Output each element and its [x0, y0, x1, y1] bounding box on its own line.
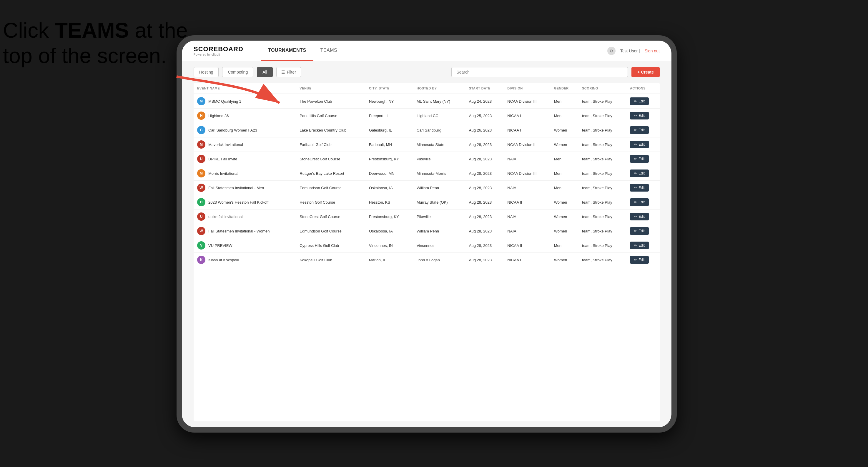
cell-hosted-by: Pikeville — [413, 152, 465, 166]
pencil-icon: ✏ — [634, 99, 637, 103]
col-gender: GENDER — [551, 83, 579, 94]
pencil-icon: ✏ — [634, 200, 637, 204]
logo-title: SCOREBOARD — [194, 45, 243, 53]
cell-city-state: Deerwood, MN — [366, 166, 413, 181]
event-name-text: VU PREVIEW — [208, 243, 232, 248]
table-row: V VU PREVIEW Cypress Hills Golf Club Vin… — [194, 238, 660, 253]
cell-city-state: Faribault, MN — [366, 137, 413, 152]
event-name-text: Carl Sandburg Women FA23 — [208, 128, 257, 132]
create-button[interactable]: + Create — [631, 67, 660, 77]
cell-gender: Men — [551, 166, 579, 181]
cell-division: NICAA I — [504, 123, 550, 137]
col-start-date: START DATE — [465, 83, 504, 94]
table-body: M MSMC Qualifying 1 The Powelton Club Ne… — [194, 94, 660, 267]
team-icon: H — [197, 198, 206, 206]
cell-scoring: team, Stroke Play — [579, 195, 626, 210]
pencil-icon: ✏ — [634, 186, 637, 190]
cell-event-name: M Morris Invitational — [194, 166, 296, 181]
pencil-icon: ✏ — [634, 243, 637, 247]
cell-city-state: Prestonsburg, KY — [366, 152, 413, 166]
cell-scoring: team, Stroke Play — [579, 108, 626, 123]
pencil-icon: ✏ — [634, 171, 637, 176]
event-name-text: Maverick Invitational — [208, 143, 243, 147]
tab-tournaments[interactable]: TOURNAMENTS — [261, 41, 313, 61]
pencil-icon: ✏ — [634, 258, 637, 262]
edit-button-1[interactable]: ✏ Edit — [630, 97, 649, 105]
cell-city-state: Oskaloosa, IA — [366, 224, 413, 238]
cell-city-state: Hesston, KS — [366, 195, 413, 210]
cell-gender: Men — [551, 94, 579, 108]
cell-city-state: Prestonsburg, KY — [366, 210, 413, 224]
cell-venue: Kokopelli Golf Club — [296, 253, 366, 267]
cell-hosted-by: Minnesota State — [413, 137, 465, 152]
filter-options-btn[interactable]: ☰ Filter — [276, 67, 301, 77]
table-row: H 2023 Women's Hesston Fall Kickoff Hess… — [194, 195, 660, 210]
edit-button-4[interactable]: ✏ Edit — [630, 141, 649, 148]
cell-start-date: Aug 28, 2023 — [465, 166, 504, 181]
cell-division: NCAA Division III — [504, 166, 550, 181]
edit-button-9[interactable]: ✏ Edit — [630, 213, 649, 220]
edit-button-12[interactable]: ✏ Edit — [630, 256, 649, 264]
pencil-icon: ✏ — [634, 128, 637, 132]
cell-scoring: team, Stroke Play — [579, 152, 626, 166]
cell-venue: Ruttger's Bay Lake Resort — [296, 166, 366, 181]
cell-venue: Cypress Hills Golf Club — [296, 238, 366, 253]
table-header: EVENT NAME VENUE CITY, STATE HOSTED BY S… — [194, 83, 660, 94]
cell-actions: ✏ Edit — [626, 108, 660, 123]
team-icon: H — [197, 112, 206, 120]
cell-event-name: W Fall Statesmen Invitational - Women — [194, 224, 296, 238]
tablet-screen: SCOREBOARD Powered by clippit TOURNAMENT… — [182, 41, 672, 427]
cell-city-state: Freeport, IL — [366, 108, 413, 123]
cell-scoring: team, Stroke Play — [579, 181, 626, 195]
edit-button-8[interactable]: ✏ Edit — [630, 198, 649, 206]
cell-gender: Men — [551, 181, 579, 195]
cell-division: NCAA Division III — [504, 94, 550, 108]
cell-city-state: Newburgh, NY — [366, 94, 413, 108]
event-name-text: Morris Invitational — [208, 171, 238, 176]
filter-bar: Hosting Competing All ☰ Filter + Create — [194, 67, 660, 77]
cell-division: NICAA I — [504, 108, 550, 123]
cell-venue: StoneCrest Golf Course — [296, 152, 366, 166]
cell-division: NICAA II — [504, 195, 550, 210]
event-name-text: Klash at Kokopelli — [208, 258, 239, 262]
cell-scoring: team, Stroke Play — [579, 94, 626, 108]
search-input[interactable] — [452, 67, 628, 77]
cell-event-name: W Fall Statesmen Invitational - Men — [194, 181, 296, 195]
edit-button-3[interactable]: ✏ Edit — [630, 126, 649, 134]
edit-button-2[interactable]: ✏ Edit — [630, 112, 649, 120]
cell-gender: Men — [551, 108, 579, 123]
cell-scoring: team, Stroke Play — [579, 137, 626, 152]
cell-division: NCAA Division II — [504, 137, 550, 152]
signout-link[interactable]: Sign out — [645, 49, 660, 53]
cell-city-state: Vincennes, IN — [366, 238, 413, 253]
edit-button-5[interactable]: ✏ Edit — [630, 155, 649, 163]
cell-venue: StoneCrest Golf Course — [296, 210, 366, 224]
cell-division: NAIA — [504, 152, 550, 166]
edit-button-11[interactable]: ✏ Edit — [630, 242, 649, 249]
cell-start-date: Aug 28, 2023 — [465, 137, 504, 152]
cell-start-date: Aug 25, 2023 — [465, 108, 504, 123]
cell-division: NAIA — [504, 210, 550, 224]
edit-button-7[interactable]: ✏ Edit — [630, 184, 649, 192]
col-division: DIVISION — [504, 83, 550, 94]
cell-hosted-by: Carl Sandburg — [413, 123, 465, 137]
event-name-text: upike fall invitational — [208, 215, 243, 219]
edit-button-10[interactable]: ✏ Edit — [630, 227, 649, 235]
cell-start-date: Aug 28, 2023 — [465, 253, 504, 267]
cell-city-state: Galesburg, IL — [366, 123, 413, 137]
hosting-filter-btn[interactable]: Hosting — [194, 67, 219, 77]
col-city-state: CITY, STATE — [366, 83, 413, 94]
cell-start-date: Aug 26, 2023 — [465, 123, 504, 137]
cell-event-name: V VU PREVIEW — [194, 238, 296, 253]
cell-gender: Women — [551, 123, 579, 137]
cell-scoring: team, Stroke Play — [579, 238, 626, 253]
cell-hosted-by: William Penn — [413, 224, 465, 238]
tab-teams[interactable]: TEAMS — [313, 41, 345, 61]
competing-filter-btn[interactable]: Competing — [222, 67, 253, 77]
pencil-icon: ✏ — [634, 143, 637, 147]
cell-event-name: H 2023 Women's Hesston Fall Kickoff — [194, 195, 296, 210]
cell-event-name: U UPIKE Fall Invite — [194, 152, 296, 166]
team-icon: K — [197, 256, 206, 264]
edit-button-6[interactable]: ✏ Edit — [630, 169, 649, 177]
all-filter-btn[interactable]: All — [257, 67, 273, 77]
